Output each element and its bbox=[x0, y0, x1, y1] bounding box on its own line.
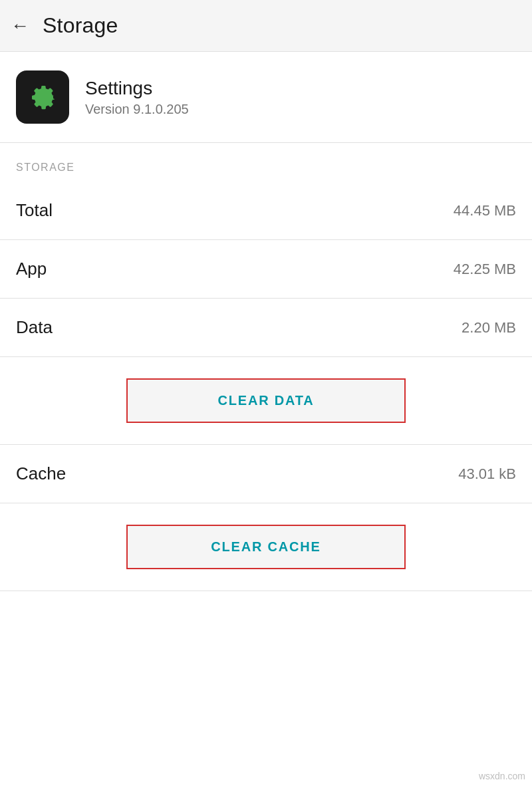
data-row: Data 2.20 MB bbox=[0, 299, 532, 357]
app-label: App bbox=[16, 259, 47, 279]
cache-value: 43.01 kB bbox=[458, 465, 516, 483]
app-info-section: Settings Version 9.1.0.205 bbox=[0, 52, 532, 143]
cache-row: Cache 43.01 kB bbox=[0, 445, 532, 503]
app-name: Settings bbox=[85, 78, 189, 99]
app-row: App 42.25 MB bbox=[0, 240, 532, 299]
clear-cache-button[interactable]: CLEAR CACHE bbox=[126, 525, 406, 569]
app-details: Settings Version 9.1.0.205 bbox=[85, 78, 189, 117]
data-value: 2.20 MB bbox=[462, 319, 516, 336]
data-label: Data bbox=[16, 317, 53, 338]
page-title: Storage bbox=[43, 13, 118, 38]
cache-label: Cache bbox=[16, 463, 66, 484]
header: ← Storage bbox=[0, 0, 532, 52]
clear-data-button-area: CLEAR DATA bbox=[0, 357, 532, 445]
clear-cache-button-area: CLEAR CACHE bbox=[0, 503, 532, 591]
total-label: Total bbox=[16, 200, 53, 221]
app-value: 42.25 MB bbox=[454, 261, 516, 278]
storage-section-label: STORAGE bbox=[0, 143, 532, 182]
watermark: wsxdn.com bbox=[479, 771, 525, 781]
clear-data-button[interactable]: CLEAR DATA bbox=[126, 378, 406, 423]
settings-gear-icon bbox=[27, 81, 59, 113]
storage-label-text: STORAGE bbox=[16, 162, 74, 173]
total-value: 44.45 MB bbox=[454, 202, 516, 219]
app-icon bbox=[16, 70, 69, 124]
app-version: Version 9.1.0.205 bbox=[85, 102, 189, 117]
back-button[interactable]: ← bbox=[11, 17, 29, 35]
total-row: Total 44.45 MB bbox=[0, 182, 532, 240]
